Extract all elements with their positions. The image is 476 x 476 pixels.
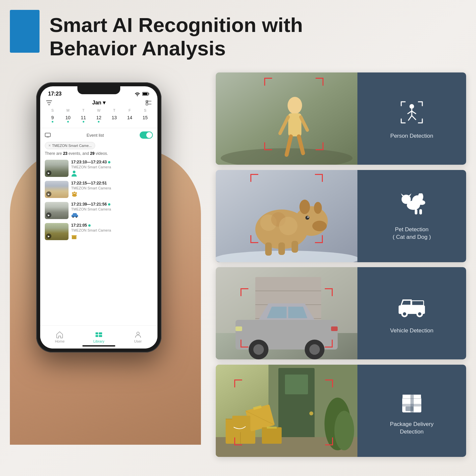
calendar: S M T W T F S 9 10 11 <box>40 108 157 126</box>
event-thumbnail-pet[interactable]: ▶ <box>45 181 69 198</box>
corner-bl <box>240 340 248 348</box>
pet-detection-icon <box>397 193 427 218</box>
corner-bl <box>264 142 272 150</box>
corner-br <box>325 340 333 348</box>
title-line1: Smart AI Recognition with <box>49 14 303 36</box>
svg-line-32 <box>408 111 412 114</box>
calendar-date[interactable]: 9 <box>45 114 60 124</box>
svg-point-10 <box>74 192 75 193</box>
svg-rect-74 <box>412 301 424 305</box>
camera-tag-label: TMEZON Smart Came... <box>52 144 92 148</box>
svg-point-21 <box>137 332 139 335</box>
svg-rect-57 <box>419 209 422 214</box>
svg-point-76 <box>403 312 406 316</box>
detection-photo-pet <box>216 170 357 262</box>
event-time: 17:21:39—17:21:56 <box>71 202 153 207</box>
bottom-navigation: Home Library User <box>40 325 157 349</box>
event-list-toggle[interactable] <box>140 131 153 139</box>
svg-rect-101 <box>406 406 413 411</box>
svg-rect-12 <box>71 215 78 217</box>
svg-rect-6 <box>45 133 50 137</box>
wifi-icon <box>134 92 140 96</box>
corner-tl <box>240 288 248 296</box>
event-item-person[interactable]: ▶ 17:23:10—17:23:43 TMEZON Smart Camera <box>40 158 157 179</box>
person-detection-label: Person Detection <box>390 132 433 140</box>
detection-info-vehicle: Vehicle Detection <box>357 267 466 359</box>
svg-rect-49 <box>278 242 285 255</box>
vehicle-type-icon <box>71 212 153 218</box>
play-icon[interactable]: ▶ <box>46 170 51 176</box>
corner-tl <box>264 78 272 86</box>
detection-card-person: Person Detection <box>216 72 466 165</box>
svg-rect-3 <box>146 103 148 105</box>
corner-bl <box>250 235 258 243</box>
calendar-date[interactable]: 14 <box>122 114 137 124</box>
toggle-knob <box>146 132 152 138</box>
camera-filter-tag[interactable]: × TMEZON Smart Came... <box>45 142 95 149</box>
event-thumbnail-package[interactable]: ▶ <box>45 223 69 240</box>
page-title: Smart AI Recognition with Behavior Analy… <box>49 13 456 60</box>
nav-home-label: Home <box>55 339 65 343</box>
month-selector[interactable]: Jan ▾ <box>92 99 105 106</box>
nav-home[interactable]: Home <box>40 326 79 349</box>
event-item-pet[interactable]: ▶ 17:22:15—17:22:51 TMEZON Smart Camera <box>40 179 157 200</box>
car-icon <box>71 212 78 218</box>
pet-detection-icon-wrap <box>397 191 427 221</box>
calendar-dates: 9 10 11 12 13 14 15 <box>45 114 153 124</box>
phone-screen: 17:23 <box>40 86 157 349</box>
calendar-date[interactable]: 11 <box>76 114 91 124</box>
corner-br <box>316 142 323 150</box>
detection-info-package: Package Delivery Detection <box>357 365 466 457</box>
play-icon[interactable]: ▶ <box>46 212 51 218</box>
corner-tr <box>325 288 333 296</box>
detection-frame-package <box>234 379 333 445</box>
calendar-date[interactable]: 15 <box>137 114 153 124</box>
check-icon[interactable] <box>146 100 152 105</box>
title-line2: Behavior Analysis <box>49 37 226 60</box>
user-nav-icon <box>134 331 142 338</box>
svg-rect-20 <box>99 335 102 337</box>
nav-user[interactable]: User <box>118 326 157 349</box>
header: Smart AI Recognition with Behavior Analy… <box>49 13 456 60</box>
play-icon[interactable]: ▶ <box>46 191 51 197</box>
svg-rect-48 <box>265 242 272 256</box>
event-info: 17:21:05 TMEZON Smart Camera <box>71 223 153 239</box>
detection-frame-vehicle <box>240 288 333 348</box>
svg-point-78 <box>418 312 421 316</box>
pet-detection-label: Pet Detection ( Cat and Dog ) <box>393 226 431 241</box>
svg-line-34 <box>408 116 412 120</box>
nav-user-label: User <box>134 339 142 343</box>
detection-card-package: Package Delivery Detection <box>216 365 466 457</box>
calendar-date[interactable]: 12 <box>91 114 107 124</box>
play-icon[interactable]: ▶ <box>46 234 51 239</box>
event-thumbnail-person[interactable]: ▶ <box>45 160 69 177</box>
package-detection-label: Package Delivery Detection <box>390 421 434 436</box>
event-time: 17:21:05 <box>71 223 153 228</box>
event-camera: TMEZON Smart Camera <box>71 186 153 190</box>
event-item-package[interactable]: ▶ 17:21:05 TMEZON Smart Camera <box>40 221 157 242</box>
event-thumbnail-vehicle[interactable]: ▶ <box>45 202 69 219</box>
svg-rect-56 <box>415 209 417 214</box>
person-icon <box>71 170 77 177</box>
vehicle-detection-icon-wrap <box>397 292 427 322</box>
event-list-label: Event list <box>87 133 104 138</box>
calendar-days-header: S M T W T F S <box>45 108 153 112</box>
calendar-date-today[interactable]: 13 <box>106 114 122 124</box>
svg-rect-19 <box>96 335 98 337</box>
event-item-vehicle[interactable]: ▶ 17:21:39—17:21:56 TMEZON Smart Camera <box>40 200 157 221</box>
filter-icon[interactable] <box>46 100 52 105</box>
svg-rect-17 <box>96 332 98 334</box>
box-icon <box>71 234 77 239</box>
corner-tl <box>234 379 242 387</box>
svg-point-59 <box>419 200 425 205</box>
calendar-date[interactable]: 10 <box>60 114 76 124</box>
checkmark-icon <box>146 100 152 105</box>
phone-mockup: 17:23 <box>10 72 201 445</box>
tag-remove-icon[interactable]: × <box>48 143 51 148</box>
divider <box>40 128 157 128</box>
detection-photo-vehicle <box>216 267 357 359</box>
person-detection-icon <box>399 99 425 126</box>
detection-frame-pet <box>250 174 323 243</box>
svg-point-55 <box>407 201 420 210</box>
blue-accent-decoration <box>10 10 40 53</box>
